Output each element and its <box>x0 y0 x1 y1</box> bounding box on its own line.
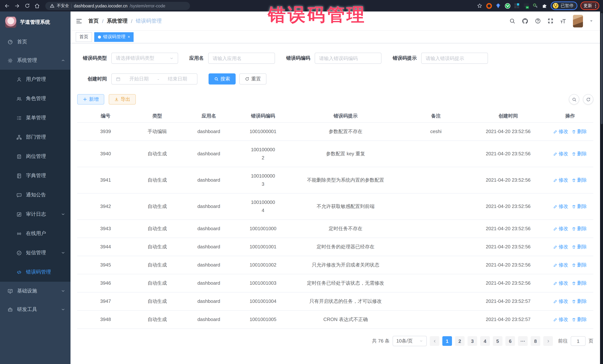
fullscreen-icon[interactable] <box>547 18 554 24</box>
app-logo-row[interactable]: 芋道管理系统 <box>0 11 70 33</box>
edit-link[interactable]: 修改 <box>554 297 568 305</box>
search-icon[interactable] <box>509 18 515 24</box>
page-size-select[interactable]: 10条/页 <box>393 336 427 346</box>
org-tree-icon <box>16 134 22 140</box>
sidebar-item-audit-log[interactable]: 审计日志 <box>0 205 70 224</box>
sidebar-item-sms[interactable]: 短信管理 <box>0 243 70 263</box>
edit-link[interactable]: 修改 <box>554 243 568 251</box>
sidebar-item-online-users[interactable]: 在线用户 <box>0 224 70 243</box>
page-button[interactable]: 4 <box>480 336 490 346</box>
extension-puzzle-icon[interactable] <box>541 3 548 9</box>
home-icon[interactable] <box>34 2 40 9</box>
goto-page-input[interactable] <box>571 336 586 346</box>
edit-link[interactable]: 修改 <box>554 315 568 324</box>
cell-actions: 修改 删除 <box>547 279 593 287</box>
edit-link[interactable]: 修改 <box>554 176 568 184</box>
user-avatar[interactable] <box>573 15 583 27</box>
sidebar-item-menus[interactable]: 菜单管理 <box>0 108 70 128</box>
breadcrumb-home[interactable]: 首页 <box>88 18 99 24</box>
extension-key-icon[interactable] <box>532 3 538 9</box>
delete-link[interactable]: 删除 <box>572 279 587 287</box>
add-button[interactable]: 新增 <box>77 94 104 105</box>
page-button[interactable]: 8 <box>531 336 540 346</box>
export-button[interactable]: 导出 <box>109 94 136 105</box>
security-label[interactable]: 不安全 <box>57 3 69 9</box>
page-button[interactable]: 3 <box>468 336 477 346</box>
delete-link[interactable]: 删除 <box>572 150 587 158</box>
address-bar[interactable]: 不安全 dashboard.yudao.iocoder.cn/system/er… <box>45 2 190 10</box>
reload-icon[interactable] <box>24 2 30 9</box>
edit-link[interactable]: 修改 <box>554 128 568 136</box>
close-icon[interactable]: × <box>128 35 130 39</box>
scrollbar[interactable] <box>600 11 603 364</box>
breadcrumb-system[interactable]: 系统管理 <box>107 18 128 24</box>
extension-green-circle-icon[interactable] <box>504 3 510 9</box>
table-row: 3943 自动生成 dashboard 1001001000 定时任务不存在 2… <box>77 220 593 238</box>
next-page-button[interactable] <box>543 336 553 346</box>
update-button[interactable]: 更新 <box>580 1 599 10</box>
extension-orange-ring-icon[interactable] <box>486 3 492 9</box>
app-name-input[interactable] <box>208 53 275 64</box>
sidebar-item-dictionary[interactable]: 字典管理 <box>0 166 70 185</box>
page-button[interactable]: 5 <box>493 336 502 346</box>
search-button[interactable]: 搜索 <box>209 73 236 85</box>
bookmark-star-icon[interactable] <box>476 2 483 9</box>
sidebar-item-users[interactable]: 用户管理 <box>0 70 70 89</box>
sidebar-item-posts[interactable]: 岗位管理 <box>0 147 70 166</box>
sidebar-item-infrastructure[interactable]: 基础设施 <box>0 282 70 300</box>
page-ellipsis[interactable]: ··· <box>518 336 528 346</box>
edit-link[interactable]: 修改 <box>554 202 568 210</box>
edit-link[interactable]: 修改 <box>554 279 568 287</box>
error-type-select[interactable]: 请选择错误码类型 <box>111 53 178 64</box>
sidebar-item-error-code[interactable]: 错误码管理 <box>0 263 70 282</box>
sidebar-item-system[interactable]: 系统管理 <box>0 51 70 70</box>
online-users-icon <box>16 231 22 236</box>
delete-link[interactable]: 删除 <box>572 315 587 324</box>
table-row: 3944 自动生成 dashboard 1001001001 定时任务的处理器已… <box>77 238 593 256</box>
scrollbar-thumb[interactable] <box>601 13 603 124</box>
reset-button[interactable]: 重置 <box>239 73 267 85</box>
date-range-picker[interactable]: 开始日期 - 结束日期 <box>111 73 197 85</box>
delete-link[interactable]: 删除 <box>572 225 587 233</box>
back-icon[interactable] <box>4 2 10 9</box>
extension-blue-gem-icon[interactable] <box>495 3 501 9</box>
browser-menu-icon[interactable] <box>595 4 596 8</box>
github-icon[interactable] <box>522 18 528 24</box>
help-icon[interactable] <box>535 18 541 24</box>
tab-home[interactable]: 首页 <box>76 32 92 42</box>
delete-link[interactable]: 删除 <box>572 243 587 251</box>
delete-link[interactable]: 删除 <box>572 176 587 184</box>
screen: 不安全 dashboard.yudao.iocoder.cn/system/er… <box>0 0 603 364</box>
sidebar-item-roles[interactable]: 角色管理 <box>0 89 70 108</box>
sidebar-item-home[interactable]: 首页 <box>0 33 70 51</box>
caret-down-icon[interactable] <box>589 19 593 23</box>
extension-grid-icon[interactable] <box>514 3 520 9</box>
refresh-table-button[interactable] <box>583 94 593 105</box>
delete-link[interactable]: 删除 <box>572 128 587 136</box>
page-button[interactable]: 1 <box>442 336 452 346</box>
page-button[interactable]: 2 <box>455 336 464 346</box>
edit-link[interactable]: 修改 <box>554 225 568 233</box>
cell-code: 1001001000 <box>237 225 289 233</box>
delete-link[interactable]: 删除 <box>572 297 587 305</box>
forward-icon[interactable] <box>14 2 20 9</box>
error-hint-input[interactable] <box>421 53 488 64</box>
edit-link[interactable]: 修改 <box>554 261 568 269</box>
toggle-search-button[interactable] <box>569 94 579 105</box>
delete-link[interactable]: 删除 <box>572 202 587 210</box>
profile-emoji-icon <box>553 3 558 9</box>
hamburger-icon[interactable] <box>76 18 82 24</box>
error-code-input[interactable] <box>315 53 382 64</box>
sidebar-item-departments[interactable]: 部门管理 <box>0 128 70 147</box>
prev-page-button[interactable] <box>430 336 439 346</box>
sidebar-item-dev-tools[interactable]: 研发工具 <box>0 300 70 319</box>
profile-chip[interactable]: 已暂停 <box>551 1 577 10</box>
edit-link[interactable]: 修改 <box>554 150 568 158</box>
tab-error-code[interactable]: 错误码管理 × <box>94 32 134 42</box>
extension-on-badge-icon[interactable]: on <box>523 3 529 9</box>
sidebar-item-notices[interactable]: 通知公告 <box>0 185 70 205</box>
font-size-icon[interactable] <box>560 18 567 24</box>
tab-label: 错误码管理 <box>103 34 126 40</box>
delete-link[interactable]: 删除 <box>572 261 587 269</box>
page-button[interactable]: 6 <box>505 336 515 346</box>
